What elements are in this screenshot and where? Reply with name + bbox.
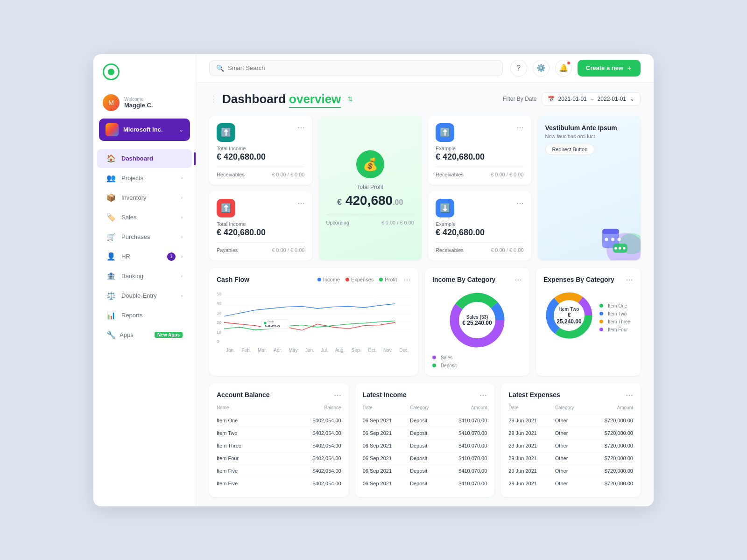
sidebar: M Welcome Maggie C. Microsoft Inc. ⌄ 🏠 D…: [93, 54, 196, 506]
footer-value: € 0.00 / € 0.00: [272, 172, 304, 177]
redirect-button[interactable]: Redirect Button: [545, 144, 595, 155]
metric-title: Total Income: [217, 146, 305, 151]
sidebar-item-double-entry[interactable]: ⚖️ Double-Entry ›: [97, 287, 192, 305]
footer-label: Receivables: [436, 172, 464, 177]
company-selector[interactable]: Microsoft Inc. ⌄: [99, 119, 190, 141]
metric-title: Total Income: [217, 221, 305, 227]
profit-icon: 💰: [356, 150, 384, 178]
chevron-down-icon: ⌄: [179, 126, 183, 133]
example-card-1: ⬆️ ⋯ Example € 420,680.00 Receivables € …: [428, 116, 531, 185]
inventory-icon: 📦: [106, 193, 116, 203]
date-filter-button[interactable]: 📅 2021-01-01 – 2022-01-01 ⌄: [542, 92, 641, 105]
col-header-balance: Balance: [275, 405, 341, 414]
sales-icon: 🏷️: [106, 213, 116, 222]
donut-center-value: € 25,240.00: [462, 319, 492, 326]
table-row: 06 Sep 2021Deposit$410,070.00: [363, 464, 487, 477]
cashflow-x-axis: Jan. Feb. Mar. Apr. May. Jun. Jul. Aug. …: [224, 348, 411, 353]
sidebar-item-reports[interactable]: 📊 Reports: [97, 306, 192, 325]
metric-value: € 420,680.00: [436, 152, 524, 162]
table-more-icon[interactable]: ⋯: [479, 391, 487, 399]
notifications-button[interactable]: 🔔: [555, 60, 572, 77]
sidebar-item-dashboard[interactable]: 🏠 Dashboard: [97, 149, 192, 168]
header-actions: ? ⚙️ 🔔 Create a new ＋: [510, 60, 641, 77]
col-header-category: Category: [410, 405, 441, 414]
footer-value: € 0.00 / € 0.00: [272, 247, 304, 253]
cashflow-more-icon[interactable]: ⋯: [403, 275, 411, 284]
col-header-name: Name: [217, 405, 275, 414]
sidebar-item-sales[interactable]: 🏷️ Sales ›: [97, 208, 192, 227]
sidebar-item-label: Inventory: [121, 194, 176, 201]
chevron-right-icon: ›: [181, 195, 183, 200]
latest-income-card: Latest Income ⋯ Date Category Amount: [355, 383, 495, 497]
cashflow-legend: Income Expenses Profit: [317, 277, 397, 282]
page-title: Dashboard overview: [222, 92, 341, 106]
card-more-icon[interactable]: ⋯: [516, 199, 524, 208]
logo-icon: [103, 63, 120, 80]
col-header-date: Date: [508, 405, 555, 414]
app-container: M Welcome Maggie C. Microsoft Inc. ⌄ 🏠 D…: [93, 54, 654, 506]
sidebar-item-hr[interactable]: 👤 HR 1 ›: [97, 247, 192, 266]
create-new-button[interactable]: Create a new ＋: [578, 60, 641, 77]
settings-button[interactable]: ⚙️: [533, 60, 550, 77]
more-icon[interactable]: ⋯: [514, 275, 522, 284]
table-row: 06 Sep 2021Deposit$410,070.00: [363, 427, 487, 439]
income-legend: Sales Deposit: [432, 355, 522, 368]
search-input[interactable]: [228, 64, 496, 71]
table-row: Item Three$402,054.00: [217, 439, 341, 452]
sidebar-item-inventory[interactable]: 📦 Inventory ›: [97, 189, 192, 207]
card-more-icon[interactable]: ⋯: [516, 123, 524, 132]
table-row: 06 Sep 2021Deposit$410,070.00: [363, 477, 487, 490]
table-more-icon[interactable]: ⋯: [626, 391, 633, 399]
chart-title: Cash Flow: [217, 276, 249, 283]
cashflow-card: Cash Flow Income Expenses Profit ⋯: [209, 268, 418, 376]
plus-icon: ＋: [626, 64, 632, 72]
table-row: 06 Sep 2021Deposit$410,070.00: [363, 439, 487, 452]
chevron-right-icon: ›: [181, 273, 183, 279]
reports-icon: 📊: [106, 311, 116, 320]
total-income-card: ⬆️ ⋯ Total Income € 420,680.00 Receivabl…: [209, 116, 312, 185]
sidebar-item-apps[interactable]: 🔧 Apps New Apps: [97, 326, 192, 344]
sidebar-item-projects[interactable]: 👥 Projects ›: [97, 169, 192, 188]
sidebar-item-purchases[interactable]: 🛒 Purchases ›: [97, 228, 192, 246]
search-bar[interactable]: 🔍: [209, 60, 503, 76]
tables-row: Account Balance ⋯ Name Balance Item One$…: [209, 383, 641, 497]
search-icon: 🔍: [216, 64, 224, 72]
home-icon: 🏠: [106, 154, 116, 163]
latest-expenses-table: Date Category Amount 29 Jun 2021Other$72…: [508, 405, 633, 490]
drag-handle-icon: ⋮: [209, 94, 218, 104]
expenses-legend: Item One Item Two Item Three: [599, 303, 630, 332]
table-more-icon[interactable]: ⋯: [334, 391, 341, 399]
table-row: Item Five$402,054.00: [217, 464, 341, 477]
table-row: 29 Jun 2021Other$720,000.00: [508, 477, 633, 490]
calendar-icon: 📅: [548, 96, 555, 102]
svg-point-5: [611, 238, 614, 241]
footer-value: € 0.00 / € 0.00: [491, 172, 523, 177]
svg-point-6: [617, 238, 620, 241]
promo-illustration: [589, 218, 641, 260]
card-more-icon[interactable]: ⋯: [297, 123, 305, 132]
sidebar-item-label: Apps: [120, 331, 151, 338]
help-button[interactable]: ?: [510, 60, 527, 77]
table-row: 06 Sep 2021Deposit$410,070.00: [363, 414, 487, 427]
chevron-right-icon: ›: [181, 234, 183, 239]
account-balance-card: Account Balance ⋯ Name Balance Item One$…: [209, 383, 349, 497]
hr-icon: 👤: [106, 252, 116, 261]
example-icon: ⬆️: [436, 123, 454, 142]
income-category-card: Income By Category ⋯ Sales (53) € 25,24: [425, 268, 529, 376]
card-more-icon[interactable]: ⋯: [297, 199, 305, 208]
company-name: Microsoft Inc.: [123, 126, 179, 133]
sidebar-item-banking[interactable]: 🏦 Banking ›: [97, 267, 192, 286]
new-apps-badge: New Apps: [155, 332, 183, 338]
footer-value: € 0.00 / € 0.00: [491, 247, 523, 253]
metric-title: Example: [436, 221, 524, 227]
table-title: Account Balance: [217, 391, 270, 399]
filter-label: Filter By Date: [503, 96, 537, 102]
purchases-icon: 🛒: [106, 232, 116, 242]
double-entry-icon: ⚖️: [106, 291, 116, 301]
donut-center-label: Sales (53): [462, 314, 492, 319]
more-icon[interactable]: ⋯: [626, 275, 633, 284]
banking-icon: 🏦: [106, 272, 116, 281]
account-balance-table: Name Balance Item One$402,054.00Item Two…: [217, 405, 341, 490]
col-header-amount: Amount: [441, 405, 487, 414]
page-header: ⋮ Dashboard overview ⇅ Filter By Date 📅 …: [209, 92, 641, 106]
